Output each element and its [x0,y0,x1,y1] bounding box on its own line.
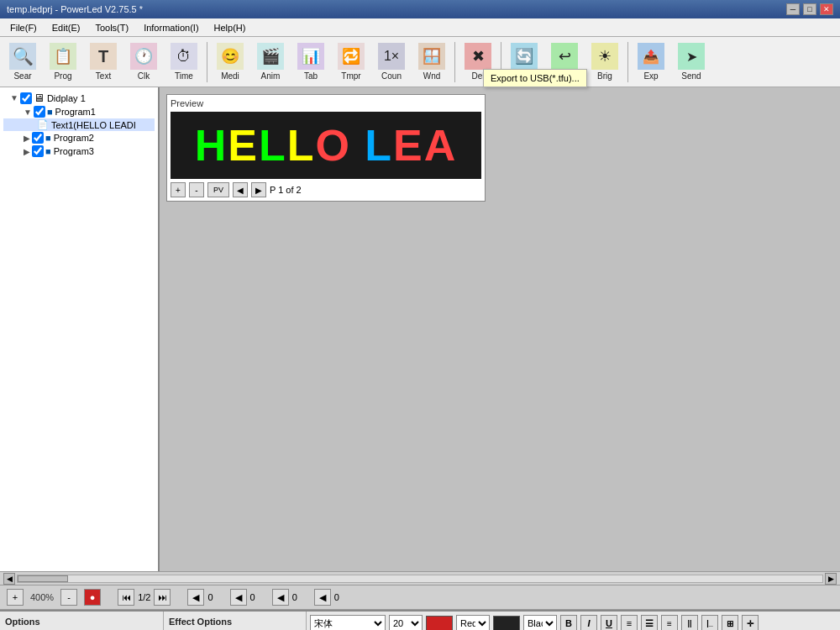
exp-icon: 📤 [638,43,664,70]
text-button[interactable]: T Text [84,39,123,85]
scroll-left[interactable]: ◀ [3,573,15,585]
anim-icon: 🎬 [257,43,284,70]
preview-prev-btn[interactable]: ◀ [233,182,248,197]
minimize-button[interactable]: ─ [786,3,800,15]
align-center-btn[interactable]: ☰ [641,615,658,630]
counter1-val: 1/2 [138,592,150,602]
back-color-select[interactable]: Blac [523,615,557,630]
time-button[interactable]: ⏱ Time [165,39,203,85]
tab-icon: 📊 [297,43,324,70]
clk-label: Clk [138,71,150,81]
brig-icon: ☀ [591,43,618,70]
counter2-btn[interactable]: ◀ [187,589,204,606]
font-size-select[interactable]: 20 [389,615,423,630]
send-button[interactable]: ➤ Send [672,39,711,85]
brig-button[interactable]: ☀ Brig [585,39,624,85]
sear-label: Sear [13,71,31,81]
tree-label-didplay: Didplay 1 [47,93,86,103]
close-button[interactable]: ✕ [820,3,833,15]
program3-icon: ■ [45,146,51,156]
menu-information[interactable]: Information(I) [137,21,205,34]
bold-button[interactable]: B [560,615,577,630]
sear-button[interactable]: 🔍 Sear [3,39,42,85]
horizontal-scrollbar[interactable]: ◀ ▶ [0,571,840,585]
font-family-select[interactable]: 宋体 [310,615,386,630]
counter-3: ◀ 0 [230,589,255,606]
fore-color-box[interactable] [426,616,453,630]
preview-next-btn[interactable]: ▶ [251,182,266,197]
zoom-strip: + 400% - ● ⏮ 1/2 ⏭ ◀ 0 ◀ 0 ◀ 0 ◀ 0 [0,585,840,610]
preview-pv-btn[interactable]: PV [207,182,229,197]
effect-panel: Effect Options Act: Continuous mov Spd: … [164,612,307,630]
folder-icon: 🖥 [34,92,45,104]
menu-bar: File(F) Edit(E) Tools(T) Information(I) … [0,18,840,37]
wnd-button[interactable]: 🪟 Wnd [412,39,451,85]
menu-file[interactable]: File(F) [3,21,44,34]
tree-panel: ▼ 🖥 Didplay 1 ▼ ■ Program1 📄 Text1(HELLO… [0,87,160,571]
coun-button[interactable]: 1× Coun [372,39,411,85]
check-program1[interactable] [34,106,45,118]
align-left-btn[interactable]: ≡ [621,615,638,630]
title-bar: temp.ledprj - PowerLed V2.75.5 * ─ □ ✕ [0,0,840,18]
scroll-thumb[interactable] [18,575,68,582]
menu-tools[interactable]: Tools(T) [88,21,135,34]
tree-program2[interactable]: ▶ ■ Program2 [3,131,155,144]
format-btn2[interactable]: |_ [701,615,718,630]
tree-program3[interactable]: ▶ ■ Program3 [3,144,155,158]
tab-button[interactable]: 📊 Tab [291,39,330,85]
counter2-val: 0 [207,592,213,602]
zoom-add-btn[interactable]: + [7,589,24,606]
counter4-btn[interactable]: ◀ [272,589,289,606]
back-color-box[interactable] [493,616,520,630]
preview-add-btn[interactable]: + [171,182,186,197]
export-tooltip: Export to USB(*.tfu)... [483,69,587,87]
preview-label: Preview [171,98,481,108]
counter1-prev[interactable]: ⏮ [118,589,134,606]
options-panel: Options Name: X: ▲ ▼ W: ▲ ▼ Y: ▲ ▼ [0,612,164,630]
clk-button[interactable]: 🕐 Clk [124,39,163,85]
counter3-btn[interactable]: ◀ [230,589,247,606]
italic-button[interactable]: I [580,615,597,630]
tree-label-program3: Program3 [54,146,94,156]
exp-button[interactable]: 📤 Exp [632,39,670,85]
tree-text1[interactable]: 📄 Text1(HELLO LEADI [3,118,155,131]
counter1-next[interactable]: ⏭ [154,589,171,606]
align-right-btn[interactable]: ≡ [661,615,678,630]
preview-sub-btn[interactable]: - [189,182,204,197]
check-program3[interactable] [32,145,44,157]
scroll-right[interactable]: ▶ [825,573,837,585]
format-btn3[interactable]: ⊞ [722,615,738,630]
scroll-track[interactable] [17,575,823,583]
prog-button[interactable]: 📋 Prog [44,39,82,85]
medi-button[interactable]: 😊 Medi [211,39,249,85]
tree-didplay[interactable]: ▼ 🖥 Didplay 1 [3,91,155,105]
tree-label-program2: Program2 [54,133,94,143]
zoom-red-btn[interactable]: ● [84,589,101,606]
send-label: Send [681,71,701,81]
text-editor-panel: 宋体 20 Red Blac B I U ≡ ☰ ≡ || |_ ⊞ ✛ [307,612,840,630]
tmpr-button[interactable]: 🔁 Tmpr [332,39,370,85]
tree-program1[interactable]: ▼ ■ Program1 [3,105,155,118]
zoom-sub-btn[interactable]: - [60,589,77,606]
menu-edit[interactable]: Edit(E) [45,21,87,34]
toolbar-sep-2 [454,42,455,82]
tmpr-label: Tmpr [341,71,360,81]
bottom-panel: Options Name: X: ▲ ▼ W: ▲ ▼ Y: ▲ ▼ [0,610,840,630]
anim-button[interactable]: 🎬 Anim [251,39,290,85]
preview-controls: + - PV ◀ ▶ P 1 of 2 [171,182,481,197]
format-btn1[interactable]: || [681,615,698,630]
preview-area: Preview HELLO LEA + - PV ◀ ▶ P 1 of 2 [160,87,840,571]
main-content: ▼ 🖥 Didplay 1 ▼ ■ Program1 📄 Text1(HELLO… [0,87,840,571]
turn-icon: ↩ [551,43,578,70]
counter5-btn[interactable]: ◀ [314,589,331,606]
underline-button[interactable]: U [601,615,617,630]
wnd-label: Wnd [423,71,441,81]
check-didplay[interactable] [20,92,32,104]
counter4-val: 0 [292,592,297,602]
maximize-button[interactable]: □ [803,3,816,15]
tree-label-text1: Text1(HELLO LEADI [51,120,136,130]
format-btn4[interactable]: ✛ [742,615,759,630]
menu-help[interactable]: Help(H) [207,21,253,34]
fore-color-select[interactable]: Red [456,615,490,630]
check-program2[interactable] [32,132,44,144]
